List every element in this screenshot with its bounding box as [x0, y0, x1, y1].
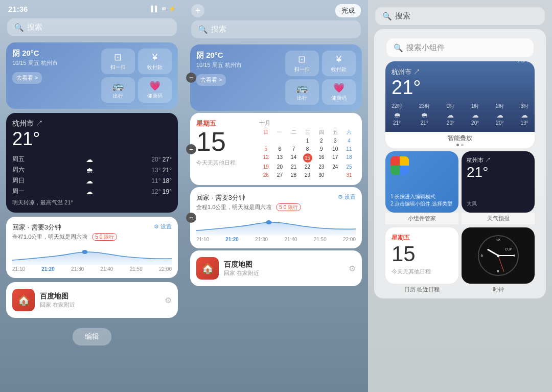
- done-button[interactable]: 完成: [335, 4, 361, 17]
- widget-manager-wrap: 1.长按进入编辑模式 2.点击编辑小组件,选择类型 小组件管家: [385, 151, 458, 224]
- weather-timeline-widget: 杭州市 ↗ 21° 大风 22时🌧21° 23时🌧21° 0时☁20° 1时☁2…: [385, 61, 535, 148]
- stack-dots: [385, 144, 535, 148]
- cs-no-events: 今天无其他日程: [392, 268, 452, 275]
- alipay-btn-health[interactable]: 💗 健康码: [138, 77, 172, 103]
- cs-day: 15: [392, 242, 452, 266]
- clock-wrap: 12 3 6 9 CUP 时钟: [462, 227, 535, 293]
- traffic-sub-left: 全程1.0公里，明天就是周六啦 5 0 限行: [12, 233, 117, 241]
- traffic-widget-left: 回家 · 需要3分钟 全程1.0公里，明天就是周六啦 5 0 限行 ⚙ 设置: [6, 217, 178, 278]
- cal-right-mid: 十月 日 一 二 三 四 五 六 . . . 1: [259, 119, 356, 179]
- traffic-title-left: 回家 · 需要3分钟: [12, 223, 117, 232]
- weather-small-label: 天气预报: [462, 213, 535, 224]
- search-bar-left[interactable]: 🔍 搜索: [7, 18, 177, 36]
- wr3-city: 杭州市 ↗: [392, 67, 421, 77]
- baidu-gear-mid[interactable]: ⚙: [349, 264, 356, 273]
- search-bar-mid[interactable]: 🔍 搜索: [191, 20, 361, 38]
- weather-temp-left: 21°: [12, 128, 172, 150]
- svg-point-0: [82, 250, 87, 254]
- wh-city: 杭州市 ↗: [467, 156, 530, 164]
- widget-row-3: 星期五 15 今天无其他日程 日历 临近日程 12 3 6 9: [385, 227, 535, 293]
- alipay-pay-mid[interactable]: ¥ 收付款: [322, 51, 356, 76]
- alipay-grid-left: ⊡ 扫一扫 ¥ 收付款 🚌 出行 💗 健康码: [101, 49, 172, 103]
- wr3-desc: 大风: [517, 61, 528, 64]
- status-time-left: 21:36: [8, 5, 28, 13]
- minus-alipay[interactable]: −: [186, 73, 196, 83]
- wh-instructions: 1.长按进入编辑模式 2.点击编辑小组件,选择类型: [390, 193, 453, 207]
- calendar-wrapper-mid: − 星期五 15 今天无其他日程 十月 日 一 二 三 四: [190, 113, 362, 185]
- alipay-wrapper-mid: − 阴 20°C 10/15 周五 杭州市 去看看 > ⊡ 扫一扫 ¥ 收付款: [190, 44, 362, 111]
- cal-small: 星期五 15 今天无其他日程: [385, 227, 458, 284]
- search-icon-right: 🔍: [382, 12, 392, 21]
- clock-face: 12 3 6 9 CUP: [478, 235, 519, 276]
- cal-small-label: 日历 临近日程: [385, 284, 458, 293]
- cal-days-mid: . . . 1 2 3 4 5 6 7 8 9 10 11 12: [259, 137, 356, 179]
- search-icon-mid: 🔍: [198, 25, 208, 34]
- search-icon-left: 🔍: [14, 23, 24, 32]
- alipay-scan-mid[interactable]: ⊡ 扫一扫: [285, 51, 319, 76]
- alipay-link-left[interactable]: 去看看 >: [12, 72, 42, 84]
- panel-right: 🔍 搜索 🔍 搜索小组件 杭州市 ↗ 21°: [368, 0, 552, 392]
- traffic-title-mid: 回家 · 需要3分钟: [196, 193, 301, 202]
- svg-point-1: [266, 220, 271, 224]
- wh-desc-small: 大风: [467, 200, 530, 207]
- baidu-sub-left: 回家 在家附近: [40, 301, 159, 309]
- traffic-badge-mid: 5 0 限行: [276, 203, 301, 211]
- cs-weekday: 星期五: [392, 234, 452, 242]
- minus-traffic[interactable]: −: [186, 213, 196, 223]
- clock-label: 时钟: [462, 284, 535, 293]
- alipay-btn-scan[interactable]: ⊡ 扫一扫: [101, 49, 135, 74]
- widget-manager: 1.长按进入编辑模式 2.点击编辑小组件,选择类型: [385, 151, 458, 213]
- traffic-badge-left: 5 0 限行: [92, 233, 117, 241]
- baidu-wrapper-mid: 🏠 百度地图 回家 在家附近 ⚙: [190, 250, 362, 286]
- wh-temp: 21°: [467, 164, 530, 180]
- traffic-chart-left: [12, 245, 172, 265]
- weather-forecast-left: 周五 ☁ 20° 27° 周六 🌧 13° 21° 周日 ☁ 11° 18° 周…: [12, 154, 172, 197]
- cal-weekdays-mid: 日 一 二 三 四 五 六: [259, 129, 356, 136]
- mid-widgets: − 阴 20°C 10/15 周五 杭州市 去看看 > ⊡ 扫一扫 ¥ 收付款: [184, 42, 368, 392]
- widget-manager-label: 小组件管家: [385, 213, 458, 224]
- add-widget-button[interactable]: +: [191, 4, 204, 17]
- alipay-btn-pay[interactable]: ¥ 收付款: [138, 49, 172, 74]
- alipay-health-mid[interactable]: 💗 健康码: [322, 79, 356, 105]
- smart-stack-label: 智能叠放: [385, 132, 535, 144]
- cal-left-mid: 星期五 15 今天无其他日程: [196, 119, 254, 179]
- cal-small-wrap: 星期五 15 今天无其他日程 日历 临近日程: [385, 227, 458, 293]
- baidu-logo-left: 🏠: [12, 289, 35, 311]
- baidu-name-mid: 百度地图: [224, 260, 343, 269]
- widget-gallery: 杭州市 ↗ 21° 大风 22时🌧21° 23时🌧21° 0时☁20° 1时☁2…: [379, 61, 541, 293]
- baidu-logo-mid: 🏠: [196, 257, 219, 280]
- minus-calendar[interactable]: −: [186, 144, 196, 154]
- weather-small-dark: 杭州市 ↗ 21° 大风: [462, 151, 535, 213]
- wr3-temp: 21°: [392, 77, 421, 99]
- baidu-info-left: 百度地图 回家 在家附近: [40, 292, 159, 309]
- weather-city-left: 杭州市 ↗: [12, 119, 172, 128]
- edit-button-left[interactable]: 编辑: [73, 328, 111, 345]
- panel-left: 21:36 ▌▌ ≋ ⚡ 🔍 搜索 阴 20°C 10/15 周五 杭州市 去看…: [0, 0, 184, 392]
- alipay-btn-travel[interactable]: 🚌 出行: [101, 77, 135, 103]
- search-bar-right[interactable]: 🔍 搜索: [375, 7, 545, 25]
- alipay-travel-mid[interactable]: 🚌 出行: [285, 79, 319, 105]
- alipay-date-left: 10/15 周五 杭州市: [12, 59, 97, 67]
- cal-no-events-mid: 今天无其他日程: [196, 159, 254, 167]
- clock-center: [497, 255, 499, 257]
- traffic-sub-mid: 全程1.0公里，明天就是周六啦 5 0 限行: [196, 203, 301, 211]
- baidu-name-left: 百度地图: [40, 292, 159, 301]
- baidu-widget-left: 🏠 百度地图 回家 在家附近 ⚙: [6, 282, 178, 318]
- alipay-weather-left: 阴 20°C: [12, 49, 97, 58]
- weather-small-wrap: 杭州市 ↗ 21° 大风 天气预报: [462, 151, 535, 224]
- search-widget-icon: 🔍: [394, 43, 403, 53]
- baidu-gear-left[interactable]: ⚙: [165, 295, 172, 305]
- widget-search-bar[interactable]: 🔍 搜索小组件: [386, 38, 534, 57]
- baidu-sub-mid: 回家 在家附近: [224, 269, 343, 277]
- ms-icon: [390, 156, 409, 175]
- traffic-wrapper-mid: − 回家 · 需要3分钟 全程1.0公里，明天就是周六啦 5 0 限行 ⚙ 设置: [190, 187, 362, 248]
- traffic-settings-left[interactable]: ⚙ 设置: [154, 223, 172, 230]
- weather-desc-left: 明天转凉，最高气温 21°: [12, 199, 172, 206]
- status-icons-left: ▌▌ ≋ ⚡: [151, 6, 176, 12]
- clock-widget: 12 3 6 9 CUP: [462, 227, 535, 284]
- clock-minute-hand: [498, 255, 515, 256]
- alipay-widget-left: 阴 20°C 10/15 周五 杭州市 去看看 > ⊡ 扫一扫 ¥ 收付款 🚌 …: [6, 42, 178, 109]
- traffic-settings-mid[interactable]: ⚙ 设置: [338, 193, 356, 201]
- top-bar-mid: + 完成: [184, 0, 368, 17]
- clock-cup-text: CUP: [505, 247, 513, 251]
